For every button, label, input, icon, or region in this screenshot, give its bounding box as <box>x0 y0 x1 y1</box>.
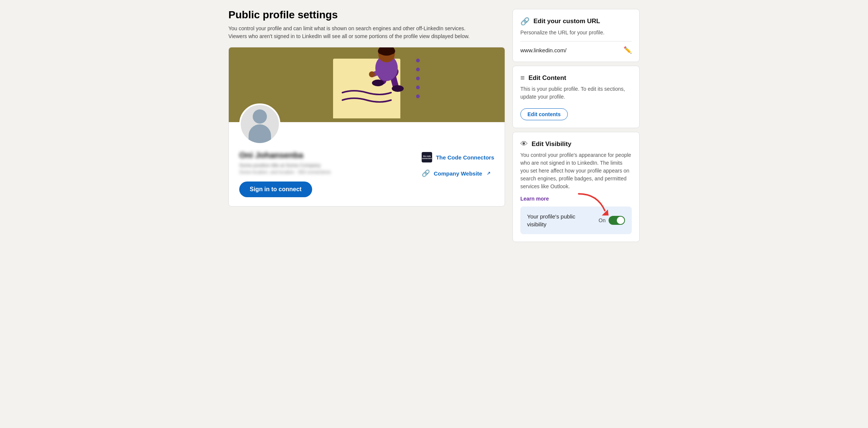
dot <box>416 59 420 62</box>
avatar <box>239 103 280 145</box>
svg-point-4 <box>372 80 384 86</box>
custom-url-text: www.linkedin.com/ <box>520 47 566 53</box>
profile-card: Oni Johansenba Some position title at So… <box>228 47 505 207</box>
toggle-label: Your profile's public visibility <box>527 213 587 228</box>
toggle-right: On <box>598 216 625 225</box>
company-logo-text: the code connectors <box>421 154 433 160</box>
dot <box>416 68 420 71</box>
profile-text: Oni Johansenba Some position title at So… <box>239 151 407 197</box>
learn-more-link[interactable]: Learn more <box>520 196 549 202</box>
edit-visibility-header: 👁 Edit Visibility <box>520 140 632 148</box>
edit-visibility-description: You control your profile's appearance fo… <box>520 151 632 190</box>
edit-url-title: Edit your custom URL <box>533 18 600 25</box>
edit-content-icon: ≡ <box>520 74 525 82</box>
toggle-section: Your profile's public visibility On <box>520 207 632 234</box>
edit-visibility-card: 👁 Edit Visibility You control your profi… <box>513 132 640 242</box>
svg-point-3 <box>392 85 404 92</box>
dot <box>416 77 420 80</box>
edit-url-card: 🔗 Edit your custom URL Personalize the U… <box>513 9 640 62</box>
sign-in-button[interactable]: Sign in to connect <box>239 182 312 197</box>
svg-point-11 <box>389 48 395 54</box>
url-row: www.linkedin.com/ ✏️ <box>520 46 632 54</box>
link-icon: 🔗 <box>422 169 430 177</box>
svg-point-7 <box>369 71 375 77</box>
toggle-on-label: On <box>598 217 606 223</box>
main-panel: Public profile settings You control your… <box>228 9 505 245</box>
link-icon: 🔗 <box>520 17 530 26</box>
profile-name: Oni Johansenba <box>239 151 407 160</box>
company-website-link[interactable]: 🔗 Company Website ↗ <box>422 169 494 177</box>
edit-url-header: 🔗 Edit your custom URL <box>520 17 632 26</box>
edit-visibility-title: Edit Visibility <box>532 140 571 148</box>
sidebar: 🔗 Edit your custom URL Personalize the U… <box>513 9 640 245</box>
dot <box>416 86 420 89</box>
profile-visibility-toggle[interactable] <box>609 216 625 225</box>
divider <box>520 41 632 41</box>
avatar-person <box>247 109 273 143</box>
company-link[interactable]: the code connectors The Code Connectors <box>422 152 494 162</box>
visibility-toggle-wrapper: Your profile's public visibility On <box>520 207 632 234</box>
paper-dots <box>416 59 420 98</box>
page-description: You control your profile and can limit w… <box>228 25 483 40</box>
profile-avatar-wrapper <box>239 103 505 145</box>
company-logo-icon: the code connectors <box>422 152 432 162</box>
edit-url-description: Personalize the URL for your profile. <box>520 29 632 37</box>
avatar-head <box>253 109 267 124</box>
profile-subtitle: Some position title at Some Company <box>239 162 407 168</box>
edit-content-description: This is your public profile. To edit its… <box>520 85 632 101</box>
edit-content-header: ≡ Edit Content <box>520 74 632 82</box>
profile-meta: Some location, and location · 500 connec… <box>239 170 407 175</box>
edit-url-icon[interactable]: ✏️ <box>624 46 632 54</box>
eye-icon: 👁 <box>520 140 528 148</box>
edit-content-card: ≡ Edit Content This is your public profi… <box>513 66 640 128</box>
avatar-body <box>249 124 271 143</box>
external-link-icon: ↗ <box>487 171 490 176</box>
page-title: Public profile settings <box>228 9 505 21</box>
profile-info-row: Oni Johansenba Some position title at So… <box>229 151 505 206</box>
dot <box>416 94 420 98</box>
toggle-knob <box>617 217 624 224</box>
edit-content-title: Edit Content <box>529 74 566 82</box>
svg-point-10 <box>378 48 384 54</box>
edit-contents-button[interactable]: Edit contents <box>520 108 568 120</box>
profile-links: the code connectors The Code Connectors … <box>422 151 494 177</box>
